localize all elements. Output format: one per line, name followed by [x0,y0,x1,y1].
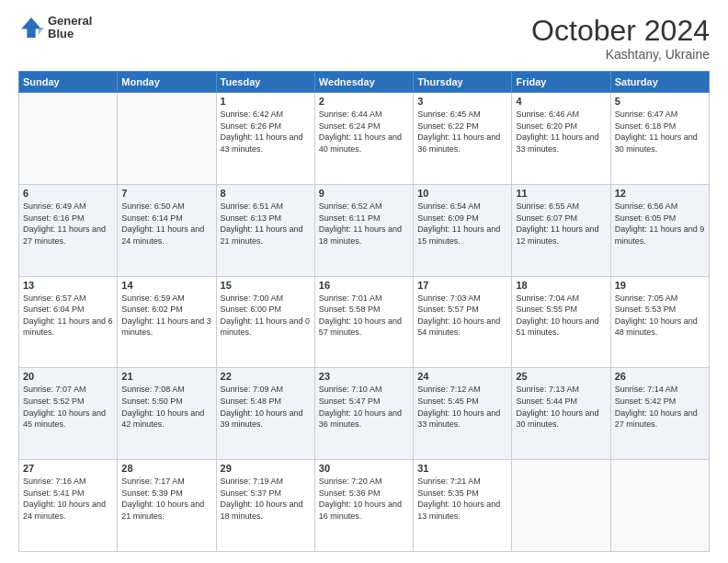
calendar-cell: 18Sunrise: 7:04 AM Sunset: 5:55 PM Dayli… [512,276,610,368]
day-info: Sunrise: 6:52 AM Sunset: 6:11 PM Dayligh… [319,201,409,247]
day-info: Sunrise: 7:07 AM Sunset: 5:52 PM Dayligh… [23,384,113,430]
day-info: Sunrise: 7:17 AM Sunset: 5:39 PM Dayligh… [121,476,211,522]
day-info: Sunrise: 7:03 AM Sunset: 5:57 PM Dayligh… [417,293,507,339]
day-number: 12 [615,188,705,199]
day-number: 11 [516,188,606,199]
day-info: Sunrise: 7:00 AM Sunset: 6:00 PM Dayligh… [221,293,311,339]
day-info: Sunrise: 6:54 AM Sunset: 6:09 PM Dayligh… [417,201,507,247]
day-number: 19 [615,280,705,291]
day-info: Sunrise: 7:09 AM Sunset: 5:48 PM Dayligh… [221,384,311,430]
logo-line1: General [48,15,92,28]
day-number: 30 [319,463,409,474]
day-number: 17 [417,280,507,291]
calendar-cell: 27Sunrise: 7:16 AM Sunset: 5:41 PM Dayli… [19,460,118,552]
day-number: 6 [23,188,113,199]
logo-icon [18,15,44,40]
calendar-cell [19,93,118,185]
calendar-cell: 20Sunrise: 7:07 AM Sunset: 5:52 PM Dayli… [19,368,118,460]
calendar-cell: 10Sunrise: 6:54 AM Sunset: 6:09 PM Dayli… [414,184,512,276]
calendar-week-3: 13Sunrise: 6:57 AM Sunset: 6:04 PM Dayli… [19,276,710,368]
calendar-cell: 31Sunrise: 7:21 AM Sunset: 5:35 PM Dayli… [414,460,512,552]
calendar-cell: 22Sunrise: 7:09 AM Sunset: 5:48 PM Dayli… [216,368,314,460]
day-info: Sunrise: 6:46 AM Sunset: 6:20 PM Dayligh… [516,109,606,155]
logo: General Blue [18,15,92,41]
day-number: 23 [319,371,409,382]
day-number: 26 [615,371,705,382]
day-number: 15 [221,280,311,291]
day-info: Sunrise: 7:10 AM Sunset: 5:47 PM Dayligh… [319,384,409,430]
day-number: 14 [121,280,211,291]
calendar-cell: 25Sunrise: 7:13 AM Sunset: 5:44 PM Dayli… [512,368,610,460]
calendar-cell: 21Sunrise: 7:08 AM Sunset: 5:50 PM Dayli… [118,368,216,460]
logo-line2: Blue [48,28,92,40]
calendar-cell: 19Sunrise: 7:05 AM Sunset: 5:53 PM Dayli… [610,276,709,368]
day-info: Sunrise: 7:20 AM Sunset: 5:36 PM Dayligh… [319,476,409,522]
day-number: 27 [23,463,113,474]
day-number: 4 [516,96,606,107]
day-number: 29 [221,463,311,474]
calendar-cell: 13Sunrise: 6:57 AM Sunset: 6:04 PM Dayli… [19,276,118,368]
day-number: 28 [121,463,211,474]
day-number: 2 [319,96,409,107]
day-number: 20 [23,371,113,382]
day-info: Sunrise: 7:01 AM Sunset: 5:58 PM Dayligh… [319,293,409,339]
day-info: Sunrise: 7:14 AM Sunset: 5:42 PM Dayligh… [615,384,705,430]
calendar-header-row: Sunday Monday Tuesday Wednesday Thursday… [19,72,710,93]
calendar-cell: 8Sunrise: 6:51 AM Sunset: 6:13 PM Daylig… [216,184,314,276]
calendar-cell: 2Sunrise: 6:44 AM Sunset: 6:24 PM Daylig… [314,93,413,185]
day-info: Sunrise: 6:45 AM Sunset: 6:22 PM Dayligh… [417,109,507,155]
day-info: Sunrise: 6:49 AM Sunset: 6:16 PM Dayligh… [23,201,113,247]
day-info: Sunrise: 6:55 AM Sunset: 6:07 PM Dayligh… [516,201,606,247]
header-thursday: Thursday [414,72,512,93]
calendar-cell: 26Sunrise: 7:14 AM Sunset: 5:42 PM Dayli… [610,368,709,460]
calendar-cell: 30Sunrise: 7:20 AM Sunset: 5:36 PM Dayli… [314,460,413,552]
day-info: Sunrise: 6:42 AM Sunset: 6:26 PM Dayligh… [221,109,311,155]
calendar-week-5: 27Sunrise: 7:16 AM Sunset: 5:41 PM Dayli… [19,460,710,552]
day-info: Sunrise: 7:12 AM Sunset: 5:45 PM Dayligh… [417,384,507,430]
calendar-cell: 6Sunrise: 6:49 AM Sunset: 6:16 PM Daylig… [19,184,118,276]
day-number: 10 [417,188,507,199]
calendar-week-1: 1Sunrise: 6:42 AM Sunset: 6:26 PM Daylig… [19,93,710,185]
day-number: 1 [221,96,311,107]
day-info: Sunrise: 6:59 AM Sunset: 6:02 PM Dayligh… [121,293,211,339]
day-info: Sunrise: 6:51 AM Sunset: 6:13 PM Dayligh… [221,201,311,247]
header-wednesday: Wednesday [314,72,413,93]
calendar-cell: 9Sunrise: 6:52 AM Sunset: 6:11 PM Daylig… [314,184,413,276]
day-info: Sunrise: 7:16 AM Sunset: 5:41 PM Dayligh… [23,476,113,522]
calendar-cell: 5Sunrise: 6:47 AM Sunset: 6:18 PM Daylig… [610,93,709,185]
day-number: 21 [121,371,211,382]
calendar-cell: 1Sunrise: 6:42 AM Sunset: 6:26 PM Daylig… [216,93,314,185]
header-sunday: Sunday [19,72,118,93]
calendar-table: Sunday Monday Tuesday Wednesday Thursday… [18,71,710,552]
month-title: October 2024 [531,15,710,47]
day-info: Sunrise: 6:47 AM Sunset: 6:18 PM Dayligh… [615,109,705,155]
calendar-cell: 14Sunrise: 6:59 AM Sunset: 6:02 PM Dayli… [118,276,216,368]
page: General Blue October 2024 Kashtany, Ukra… [0,0,728,563]
day-number: 9 [319,188,409,199]
day-number: 16 [319,280,409,291]
day-number: 7 [121,188,211,199]
day-info: Sunrise: 7:04 AM Sunset: 5:55 PM Dayligh… [516,293,606,339]
header-monday: Monday [118,72,216,93]
calendar-cell: 12Sunrise: 6:56 AM Sunset: 6:05 PM Dayli… [610,184,709,276]
calendar-cell: 23Sunrise: 7:10 AM Sunset: 5:47 PM Dayli… [314,368,413,460]
logo-text: General Blue [48,15,92,41]
header-tuesday: Tuesday [216,72,314,93]
day-number: 13 [23,280,113,291]
location: Kashtany, Ukraine [531,47,710,62]
calendar-cell: 29Sunrise: 7:19 AM Sunset: 5:37 PM Dayli… [216,460,314,552]
day-number: 5 [615,96,705,107]
calendar-cell: 4Sunrise: 6:46 AM Sunset: 6:20 PM Daylig… [512,93,610,185]
day-info: Sunrise: 7:05 AM Sunset: 5:53 PM Dayligh… [615,293,705,339]
calendar-cell [512,460,610,552]
calendar-cell: 15Sunrise: 7:00 AM Sunset: 6:00 PM Dayli… [216,276,314,368]
day-info: Sunrise: 6:56 AM Sunset: 6:05 PM Dayligh… [615,201,705,247]
calendar-cell [610,460,709,552]
day-number: 24 [417,371,507,382]
calendar-cell [118,93,216,185]
day-number: 3 [417,96,507,107]
calendar-cell: 11Sunrise: 6:55 AM Sunset: 6:07 PM Dayli… [512,184,610,276]
calendar-cell: 16Sunrise: 7:01 AM Sunset: 5:58 PM Dayli… [314,276,413,368]
calendar-cell: 28Sunrise: 7:17 AM Sunset: 5:39 PM Dayli… [118,460,216,552]
day-info: Sunrise: 7:19 AM Sunset: 5:37 PM Dayligh… [221,476,311,522]
